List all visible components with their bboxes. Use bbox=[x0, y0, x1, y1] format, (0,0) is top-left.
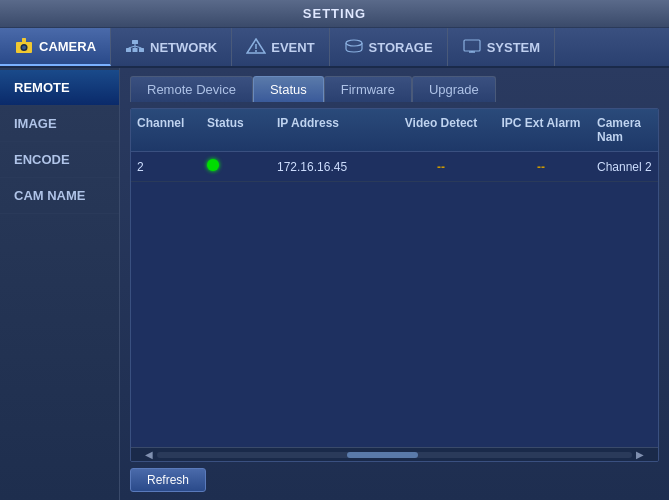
sidebar-item-image[interactable]: IMAGE bbox=[0, 106, 119, 142]
content-area: Remote Device Status Firmware Upgrade Ch… bbox=[120, 68, 669, 500]
status-online-dot bbox=[207, 159, 219, 171]
svg-rect-6 bbox=[133, 48, 138, 52]
cell-camera-name: Channel 2 bbox=[591, 158, 658, 176]
svg-rect-5 bbox=[126, 48, 131, 52]
bottom-bar: Refresh bbox=[130, 468, 659, 492]
tab-remote-device[interactable]: Remote Device bbox=[130, 76, 253, 102]
top-nav: CAMERA NETWORK EVENT STORAGE SYSTEM bbox=[0, 28, 669, 68]
svg-point-14 bbox=[346, 40, 362, 46]
title-label: SETTING bbox=[303, 6, 366, 21]
nav-camera[interactable]: CAMERA bbox=[0, 28, 111, 66]
svg-rect-7 bbox=[139, 48, 144, 52]
svg-point-3 bbox=[22, 46, 26, 50]
tab-firmware[interactable]: Firmware bbox=[324, 76, 412, 102]
storage-icon bbox=[344, 38, 364, 57]
col-header-alarm: IPC Ext Alarm bbox=[491, 113, 591, 147]
sidebar-item-encode[interactable]: ENCODE bbox=[0, 142, 119, 178]
nav-camera-label: CAMERA bbox=[39, 39, 96, 54]
cell-channel: 2 bbox=[131, 158, 201, 176]
scroll-track[interactable] bbox=[157, 452, 632, 458]
sidebar: REMOTE IMAGE ENCODE CAM NAME bbox=[0, 68, 120, 500]
col-header-ip: IP Address bbox=[271, 113, 391, 147]
scroll-thumb[interactable] bbox=[347, 452, 418, 458]
svg-line-10 bbox=[135, 46, 142, 48]
table-container: Channel Status IP Address Video Detect I… bbox=[130, 108, 659, 462]
scroll-left-arrow[interactable]: ◀ bbox=[145, 449, 153, 460]
svg-rect-15 bbox=[464, 40, 480, 51]
system-icon bbox=[462, 38, 482, 57]
refresh-button[interactable]: Refresh bbox=[130, 468, 206, 492]
nav-network-label: NETWORK bbox=[150, 40, 217, 55]
sidebar-item-camname[interactable]: CAM NAME bbox=[0, 178, 119, 214]
col-header-status: Status bbox=[201, 113, 271, 147]
table-row[interactable]: 2 172.16.16.45 -- -- Channel 2 bbox=[131, 152, 658, 182]
svg-rect-1 bbox=[22, 38, 26, 42]
svg-line-9 bbox=[129, 46, 136, 48]
nav-network[interactable]: NETWORK bbox=[111, 28, 232, 66]
cell-alarm: -- bbox=[491, 158, 591, 176]
cell-ip: 172.16.16.45 bbox=[271, 158, 391, 176]
cell-status bbox=[201, 157, 271, 176]
sidebar-item-remote[interactable]: REMOTE bbox=[0, 70, 119, 106]
table-header: Channel Status IP Address Video Detect I… bbox=[131, 109, 658, 152]
nav-storage[interactable]: STORAGE bbox=[330, 28, 448, 66]
tab-status[interactable]: Status bbox=[253, 76, 324, 102]
nav-event-label: EVENT bbox=[271, 40, 314, 55]
nav-system[interactable]: SYSTEM bbox=[448, 28, 555, 66]
col-header-name: Camera Nam bbox=[591, 113, 658, 147]
tab-upgrade[interactable]: Upgrade bbox=[412, 76, 496, 102]
main-layout: REMOTE IMAGE ENCODE CAM NAME Remote Devi… bbox=[0, 68, 669, 500]
network-icon bbox=[125, 38, 145, 57]
cell-video: -- bbox=[391, 158, 491, 176]
horizontal-scrollbar[interactable]: ◀ ▶ bbox=[131, 447, 658, 461]
nav-storage-label: STORAGE bbox=[369, 40, 433, 55]
table-body: 2 172.16.16.45 -- -- Channel 2 bbox=[131, 152, 658, 447]
svg-point-13 bbox=[255, 50, 257, 52]
camera-icon bbox=[14, 38, 34, 54]
event-icon bbox=[246, 38, 266, 57]
sub-tabs: Remote Device Status Firmware Upgrade bbox=[130, 76, 659, 102]
video-detect-value: -- bbox=[437, 160, 445, 174]
svg-rect-4 bbox=[132, 40, 138, 44]
title-bar: SETTING bbox=[0, 0, 669, 28]
col-header-channel: Channel bbox=[131, 113, 201, 147]
alarm-value: -- bbox=[537, 160, 545, 174]
nav-event[interactable]: EVENT bbox=[232, 28, 329, 66]
nav-system-label: SYSTEM bbox=[487, 40, 540, 55]
col-header-video: Video Detect bbox=[391, 113, 491, 147]
scroll-right-arrow[interactable]: ▶ bbox=[636, 449, 644, 460]
